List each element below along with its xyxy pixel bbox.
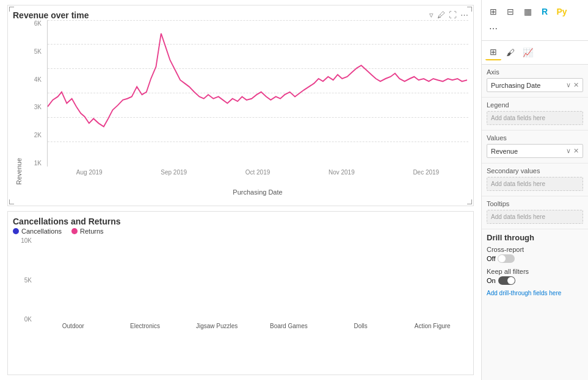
bar-x-label-dolls: Dolls	[325, 323, 397, 335]
left-panel: Revenue over time ▿ 🖊 ⛶ ⋯ Revenue 1K 2K …	[0, 0, 481, 380]
secondary-values-label: Secondary values	[487, 167, 583, 174]
drill-through-section: Drill through Cross-report Off Keep all …	[482, 229, 588, 300]
bar-x-label-jigsaw: Jigsaw Puzzles	[181, 323, 253, 335]
cross-report-toggle-label: Off	[487, 255, 495, 262]
r-icon-btn[interactable]: R	[537, 4, 553, 20]
toolbar-row-1: ⊞ ⊟ ▦ R Py ⋯	[482, 0, 588, 41]
bar-x-label-boardgames: Board Games	[253, 323, 325, 335]
table-icon-btn[interactable]: ⊞	[485, 4, 501, 20]
legend-section-label: Legend	[487, 101, 583, 109]
analytics-btn[interactable]: 📈	[520, 45, 535, 60]
y-tick-1k: 1K	[23, 160, 44, 167]
tooltips-empty[interactable]: Add data fields here	[487, 210, 583, 224]
cross-report-track[interactable]	[498, 254, 515, 263]
legend-cancellations: Cancellations	[13, 228, 62, 235]
x-tick-sep: Sep 2019	[161, 169, 187, 176]
expand-icon[interactable]: ⛶	[449, 10, 457, 20]
bar-plot	[37, 237, 468, 323]
keep-filters-toggle-label: On	[487, 277, 496, 284]
toolbar-row-2: ⊞ 🖌 📈	[482, 41, 588, 65]
axis-field-pill[interactable]: Purchasing Date ∨ ✕	[487, 78, 583, 92]
bar-chart-title: Cancellations and Returns	[13, 217, 468, 226]
y-tick-4k: 4K	[23, 76, 44, 83]
keep-all-filters-toggle[interactable]: On	[487, 276, 583, 285]
axis-section: Axis Purchasing Date ∨ ✕	[482, 65, 588, 98]
y-tick-6k: 6K	[23, 20, 44, 27]
y-tick-2k: 2K	[23, 132, 44, 138]
add-drill-through-link[interactable]: Add drill-through fields here	[487, 290, 583, 296]
grid-icon-btn[interactable]: ⊟	[503, 4, 518, 20]
format-fields-btn[interactable]: ⊞	[485, 45, 501, 60]
more-icon[interactable]: ⋯	[460, 10, 468, 20]
axis-expand-icon[interactable]: ∨	[566, 81, 571, 89]
bar-chart-legend: Cancellations Returns	[13, 228, 468, 235]
y-ticks: 1K 2K 3K 4K 5K 6K	[23, 20, 44, 167]
bar-x-label-actionfigure: Action Figure	[396, 323, 468, 335]
bar-y-tick-0k: 0K	[13, 316, 34, 323]
cross-report-toggle[interactable]: Off	[487, 254, 583, 263]
bar-chart-icon-btn[interactable]: ▦	[520, 4, 535, 20]
x-tick-aug: Aug 2019	[76, 169, 103, 176]
legend-cancellations-dot	[13, 228, 19, 234]
y-axis-label: Revenue	[13, 20, 23, 185]
py-icon-btn[interactable]: Py	[554, 4, 570, 20]
axis-remove-icon[interactable]: ✕	[573, 81, 579, 89]
cross-report-knob	[498, 255, 506, 262]
bar-y-tick-10k: 10K	[13, 237, 34, 244]
bar-x-label-outdoor: Outdoor	[37, 323, 109, 335]
legend-section: Legend Add data fields here	[482, 98, 588, 131]
x-tick-nov: Nov 2019	[328, 169, 355, 176]
values-expand-icon[interactable]: ∨	[566, 147, 571, 155]
paint-icon[interactable]: 🖊	[437, 10, 445, 20]
bar-x-labels: Outdoor Electronics Jigsaw Puzzles Board…	[37, 323, 468, 335]
bar-chart-area: 0K 5K 10K	[13, 237, 468, 335]
x-tick-dec: Dec 2019	[413, 169, 439, 176]
keep-all-filters-label: Keep all filters	[487, 268, 583, 275]
y-tick-3k: 3K	[23, 104, 44, 110]
bar-y-tick-5k: 5K	[13, 277, 34, 284]
values-field-pill[interactable]: Revenue ∨ ✕	[487, 144, 583, 158]
secondary-values-empty[interactable]: Add data fields here	[487, 177, 583, 191]
line-chart-svg	[48, 20, 468, 167]
bar-chart-container: Cancellations and Returns Cancellations …	[7, 211, 474, 375]
values-remove-icon[interactable]: ✕	[573, 147, 579, 155]
x-tick-oct: Oct 2019	[245, 169, 270, 176]
line-chart-container: Revenue over time ▿ 🖊 ⛶ ⋯ Revenue 1K 2K …	[7, 5, 474, 206]
brush-btn[interactable]: 🖌	[503, 45, 518, 60]
chart-plot: 1K 2K 3K 4K 5K 6K	[23, 20, 468, 185]
axis-field-text: Purchasing Date	[491, 82, 540, 89]
keep-filters-knob	[507, 277, 515, 284]
bar-x-label-electronics: Electronics	[109, 323, 181, 335]
tooltips-section: Tooltips Add data fields here	[482, 196, 588, 229]
line-chart-area: Revenue 1K 2K 3K 4K 5K 6K	[13, 20, 468, 185]
drill-through-title: Drill through	[487, 233, 583, 242]
filter-icon[interactable]: ▿	[429, 10, 434, 20]
bar-y-ticks: 0K 5K 10K	[13, 237, 34, 323]
x-axis-title: Purchasing Date	[47, 188, 468, 196]
x-axis: Aug 2019 Sep 2019 Oct 2019 Nov 2019 Dec …	[47, 167, 468, 185]
legend-empty-field[interactable]: Add data fields here	[487, 111, 583, 125]
chart-toolbar: ▿ 🖊 ⛶ ⋯	[429, 10, 468, 20]
plot-area	[47, 20, 468, 167]
values-label: Values	[487, 134, 583, 142]
y-tick-5k: 5K	[23, 48, 44, 55]
values-field-actions: ∨ ✕	[566, 147, 579, 155]
right-panel: ⊞ ⊟ ▦ R Py ⋯ ⊞ 🖌 📈 Axis Purchasing Date …	[481, 0, 588, 380]
legend-returns-dot	[71, 228, 78, 234]
ellipsis-icon-btn[interactable]: ⋯	[485, 21, 501, 37]
axis-label: Axis	[487, 68, 583, 76]
tooltips-label: Tooltips	[487, 200, 583, 207]
values-section: Values Revenue ∨ ✕	[482, 131, 588, 163]
legend-returns: Returns	[71, 228, 104, 235]
legend-returns-label: Returns	[80, 228, 104, 235]
secondary-values-section: Secondary values Add data fields here	[482, 163, 588, 196]
cross-report-label: Cross-report	[487, 246, 583, 253]
values-field-text: Revenue	[491, 148, 518, 155]
line-chart-title: Revenue over time	[13, 10, 89, 20]
legend-cancellations-label: Cancellations	[21, 228, 62, 235]
keep-filters-track[interactable]	[498, 276, 515, 285]
axis-field-actions: ∨ ✕	[566, 81, 579, 89]
